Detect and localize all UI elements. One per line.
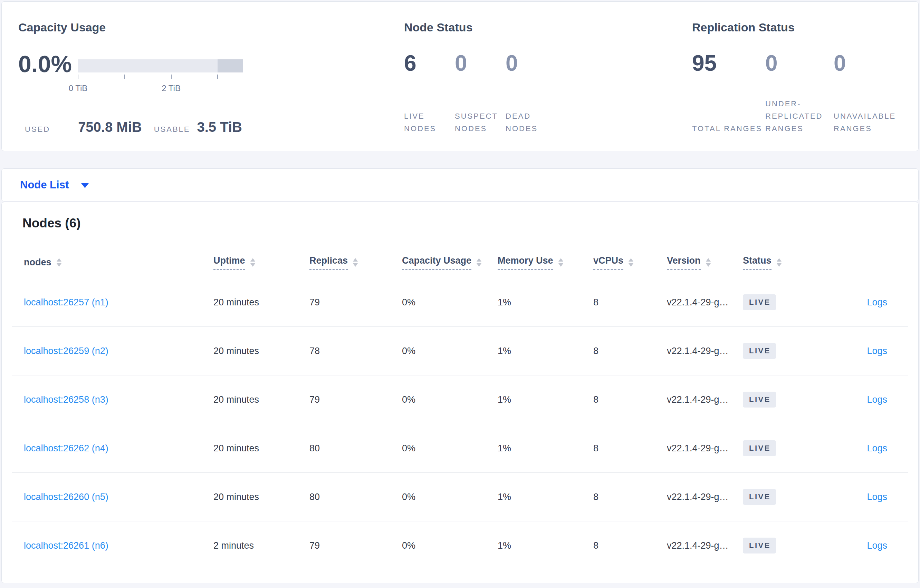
column-header-replicas[interactable]: Replicas bbox=[309, 255, 402, 270]
vcpus-cell: 8 bbox=[593, 297, 667, 308]
replicas-cell: 79 bbox=[309, 540, 402, 551]
live-nodes-value: 6 bbox=[404, 52, 455, 74]
logs-cell: Logs bbox=[829, 492, 908, 502]
live-status-badge: LIVE bbox=[743, 294, 776, 310]
dead-nodes-stat: 0 DEAD NODES bbox=[505, 52, 556, 135]
capacity-axis: 0 TiB 2 TiB bbox=[78, 74, 243, 79]
uptime-cell: 20 minutes bbox=[214, 492, 309, 502]
version-cell: v22.1.4-29-g… bbox=[667, 394, 743, 405]
node-address-link[interactable]: localhost:26258 (n3) bbox=[24, 394, 109, 405]
usable-value: 3.5 TiB bbox=[197, 120, 242, 135]
logs-cell: Logs bbox=[829, 394, 908, 405]
version-cell: v22.1.4-29-g… bbox=[667, 297, 743, 308]
status-cell: LIVE bbox=[743, 489, 829, 504]
logs-link[interactable]: Logs bbox=[867, 394, 887, 405]
live-status-badge: LIVE bbox=[743, 392, 776, 407]
view-selector-card: Node List bbox=[2, 168, 918, 202]
column-header-memory-use[interactable]: Memory Use bbox=[498, 255, 593, 270]
axis-label-0tib: 0 TiB bbox=[69, 84, 88, 93]
sort-icon bbox=[628, 258, 633, 267]
uptime-cell: 20 minutes bbox=[214, 346, 309, 357]
vcpus-cell: 8 bbox=[593, 394, 667, 405]
axis-tick bbox=[78, 74, 78, 79]
replicas-cell: 78 bbox=[309, 346, 402, 357]
column-header-capacity-usage[interactable]: Capacity Usage bbox=[402, 255, 498, 270]
memory-use-cell: 1% bbox=[498, 540, 593, 551]
table-row: localhost:26261 (n6) 2 minutes 79 0% 1% … bbox=[12, 522, 908, 570]
capacity-usage-cell: 0% bbox=[402, 492, 498, 502]
memory-use-cell: 1% bbox=[498, 394, 593, 405]
capacity-usage-cell: 0% bbox=[402, 297, 498, 308]
live-status-badge: LIVE bbox=[743, 440, 776, 456]
replication-status-panel: Replication Status 95 TOTAL RANGES 0 UND… bbox=[692, 20, 913, 135]
status-cell: LIVE bbox=[743, 294, 829, 310]
column-header-uptime[interactable]: Uptime bbox=[214, 255, 309, 270]
logs-link[interactable]: Logs bbox=[867, 346, 887, 356]
memory-use-cell: 1% bbox=[498, 443, 593, 454]
live-nodes-stat: 6 LIVE NODES bbox=[404, 52, 455, 135]
nodes-table-title: Nodes (6) bbox=[23, 215, 918, 231]
table-body: localhost:26257 (n1) 20 minutes 79 0% 1%… bbox=[12, 278, 908, 570]
memory-use-cell: 1% bbox=[498, 346, 593, 357]
vcpus-cell: 8 bbox=[593, 540, 667, 551]
sort-icon bbox=[250, 258, 255, 267]
table-header-row: nodes Uptime Replicas Capacity Usage Mem… bbox=[12, 247, 908, 278]
total-ranges-stat: 95 TOTAL RANGES bbox=[692, 52, 765, 135]
suspect-nodes-label: SUSPECT NODES bbox=[455, 110, 505, 135]
uptime-cell: 2 minutes bbox=[214, 540, 309, 551]
uptime-cell: 20 minutes bbox=[214, 394, 309, 405]
node-cell: localhost:26260 (n5) bbox=[12, 492, 214, 502]
node-address-link[interactable]: localhost:26257 (n1) bbox=[24, 297, 109, 307]
replicas-cell: 79 bbox=[309, 394, 402, 405]
under-replicated-ranges-stat: 0 UNDER-REPLICATED RANGES bbox=[765, 52, 834, 135]
column-header-nodes[interactable]: nodes bbox=[12, 257, 214, 268]
node-cell: localhost:26262 (n4) bbox=[12, 443, 214, 454]
node-status-panel: Node Status 6 LIVE NODES 0 SUSPECT NODES… bbox=[404, 20, 667, 135]
logs-link[interactable]: Logs bbox=[867, 297, 887, 307]
logs-cell: Logs bbox=[829, 297, 908, 308]
node-address-link[interactable]: localhost:26260 (n5) bbox=[24, 492, 109, 502]
live-status-badge: LIVE bbox=[743, 489, 776, 504]
node-address-link[interactable]: localhost:26261 (n6) bbox=[24, 540, 109, 551]
memory-use-cell: 1% bbox=[498, 297, 593, 308]
uptime-cell: 20 minutes bbox=[214, 297, 309, 308]
live-status-badge: LIVE bbox=[743, 343, 776, 359]
capacity-bar-tail-segment bbox=[217, 59, 243, 73]
version-cell: v22.1.4-29-g… bbox=[667, 346, 743, 357]
vcpus-cell: 8 bbox=[593, 346, 667, 357]
status-cell: LIVE bbox=[743, 392, 829, 407]
node-address-link[interactable]: localhost:26262 (n4) bbox=[24, 443, 109, 454]
used-value: 750.8 MiB bbox=[78, 120, 142, 135]
column-header-version[interactable]: Version bbox=[667, 255, 743, 270]
logs-link[interactable]: Logs bbox=[867, 540, 887, 551]
logs-link[interactable]: Logs bbox=[867, 492, 887, 502]
node-cell: localhost:26259 (n2) bbox=[12, 346, 214, 357]
dead-nodes-value: 0 bbox=[505, 52, 556, 74]
node-list-dropdown[interactable]: Node List bbox=[2, 169, 102, 201]
nodes-table-card: Nodes (6) nodes Uptime Replicas Capacity… bbox=[2, 202, 918, 583]
node-address-link[interactable]: localhost:26259 (n2) bbox=[24, 346, 109, 356]
capacity-usage-cell: 0% bbox=[402, 540, 498, 551]
capacity-usage-panel: Capacity Usage 0.0% 0 TiB 2 TiB USED 750… bbox=[18, 20, 267, 79]
logs-link[interactable]: Logs bbox=[867, 443, 887, 454]
used-label: USED bbox=[25, 125, 50, 134]
usable-label: USABLE bbox=[154, 125, 190, 134]
unavailable-ranges-label: UNAVAILABLE RANGES bbox=[834, 110, 913, 135]
version-cell: v22.1.4-29-g… bbox=[667, 443, 743, 454]
logs-cell: Logs bbox=[829, 540, 908, 551]
table-row: localhost:26262 (n4) 20 minutes 80 0% 1%… bbox=[12, 424, 908, 473]
version-cell: v22.1.4-29-g… bbox=[667, 492, 743, 502]
replicas-cell: 79 bbox=[309, 297, 402, 308]
unavailable-ranges-value: 0 bbox=[834, 52, 913, 74]
under-replicated-ranges-label: UNDER-REPLICATED RANGES bbox=[765, 98, 834, 135]
replication-status-title: Replication Status bbox=[692, 20, 913, 35]
capacity-bar bbox=[78, 59, 243, 73]
column-header-status[interactable]: Status bbox=[743, 255, 829, 270]
logs-cell: Logs bbox=[829, 443, 908, 454]
uptime-cell: 20 minutes bbox=[214, 443, 309, 454]
capacity-used-percent: 0.0% bbox=[18, 52, 78, 79]
column-header-vcpus[interactable]: vCPUs bbox=[593, 255, 667, 270]
caret-down-icon bbox=[81, 183, 89, 188]
sort-icon bbox=[57, 258, 62, 267]
axis-tick bbox=[171, 74, 172, 79]
